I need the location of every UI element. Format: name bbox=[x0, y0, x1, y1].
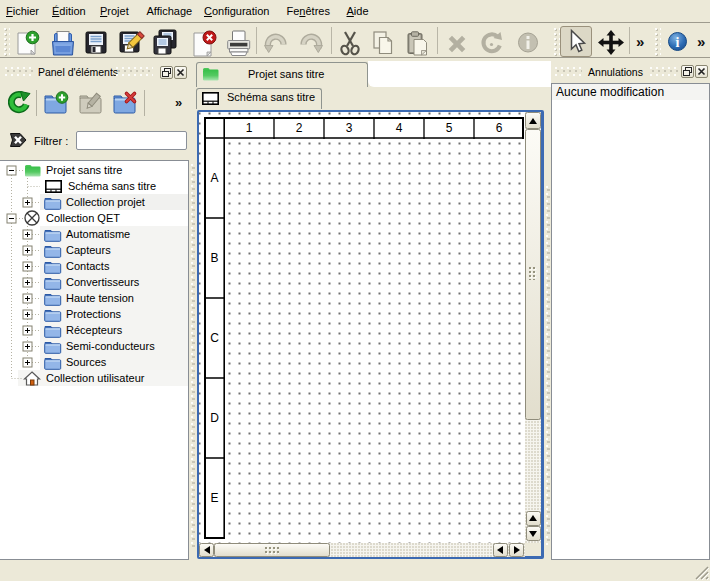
svg-text:D: D bbox=[210, 411, 219, 425]
svg-text:B: B bbox=[210, 251, 218, 265]
svg-text:A: A bbox=[210, 171, 218, 185]
svg-text:E: E bbox=[210, 491, 218, 505]
svg-text:1: 1 bbox=[246, 121, 253, 135]
svg-text:i: i bbox=[676, 35, 680, 50]
svg-text:4: 4 bbox=[396, 121, 403, 135]
svg-text:C: C bbox=[210, 331, 219, 345]
svg-text:6: 6 bbox=[496, 121, 503, 135]
svg-text:3: 3 bbox=[346, 121, 353, 135]
svg-text:5: 5 bbox=[446, 121, 453, 135]
svg-text:2: 2 bbox=[296, 121, 303, 135]
